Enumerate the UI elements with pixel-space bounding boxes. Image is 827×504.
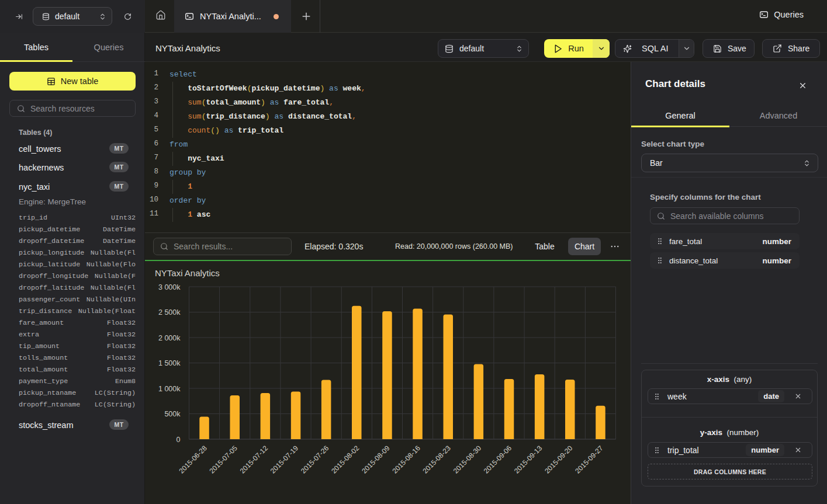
svg-text:2015-08-02: 2015-08-02 bbox=[330, 444, 361, 475]
svg-text:2015-09-06: 2015-09-06 bbox=[482, 444, 514, 475]
svg-text:2015-09-13: 2015-09-13 bbox=[513, 444, 544, 475]
svg-text:1 500k: 1 500k bbox=[158, 359, 181, 367]
svg-text:500k: 500k bbox=[164, 410, 181, 418]
svg-text:2015-07-19: 2015-07-19 bbox=[269, 444, 300, 475]
svg-text:2 000k: 2 000k bbox=[158, 334, 181, 342]
svg-text:2015-07-12: 2015-07-12 bbox=[238, 444, 270, 475]
svg-text:2015-08-16: 2015-08-16 bbox=[390, 444, 422, 475]
svg-text:2015-07-26: 2015-07-26 bbox=[299, 444, 331, 475]
svg-text:2015-08-23: 2015-08-23 bbox=[421, 444, 453, 475]
svg-text:2015-06-28: 2015-06-28 bbox=[177, 444, 209, 475]
svg-text:2015-09-20: 2015-09-20 bbox=[543, 444, 575, 475]
svg-text:2 500k: 2 500k bbox=[158, 308, 181, 317]
svg-text:2015-09-27: 2015-09-27 bbox=[573, 444, 605, 475]
svg-text:1 000k: 1 000k bbox=[158, 385, 181, 393]
svg-text:2015-08-30: 2015-08-30 bbox=[452, 444, 483, 475]
svg-text:0: 0 bbox=[177, 436, 181, 444]
svg-text:3 000k: 3 000k bbox=[158, 283, 181, 291]
svg-text:2015-08-09: 2015-08-09 bbox=[360, 444, 392, 475]
svg-text:2015-07-05: 2015-07-05 bbox=[208, 444, 240, 475]
svg-text:NYTaxi Analytics: NYTaxi Analytics bbox=[155, 268, 220, 278]
